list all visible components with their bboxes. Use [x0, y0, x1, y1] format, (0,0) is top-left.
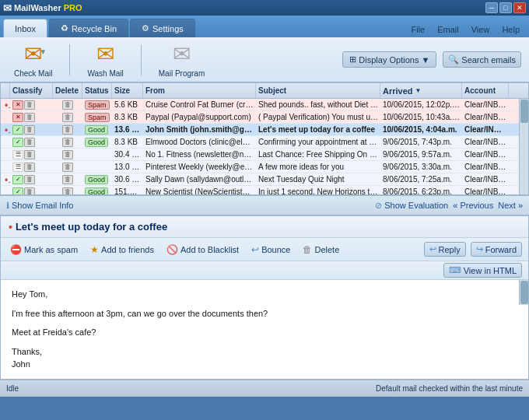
- tab-recycle[interactable]: ♻ Recycle Bin: [49, 19, 128, 37]
- status-bar: Idle Default mail checked within the las…: [0, 380, 529, 397]
- add-to-friends-button[interactable]: ★ Add to friends: [87, 243, 157, 257]
- next-button[interactable]: Next »: [498, 201, 523, 211]
- col-header-classify[interactable]: Classify: [10, 83, 53, 98]
- check-mail-button[interactable]: ✉ ▼ Check Mail: [8, 39, 58, 80]
- show-email-info-button[interactable]: ℹ Show Email Info: [6, 201, 73, 211]
- row-classify: ✕🗑: [10, 100, 53, 110]
- view-in-html-button[interactable]: ⌨ View in HTML: [443, 263, 522, 278]
- row-from: Paypal (Paypal@support.com): [143, 113, 256, 121]
- table-row[interactable]: • ✓🗑 🗑 Good 30.6 KB Sally Dawn (sallydaw…: [1, 173, 519, 186]
- add-to-blacklist-button[interactable]: 🚫 Add to Blacklist: [163, 243, 242, 257]
- nav-links: ⊘ Show Evaluation « Previous Next »: [375, 201, 523, 211]
- scrollbar-thumb[interactable]: [520, 100, 528, 123]
- forward-button[interactable]: ↪ Forward: [471, 242, 522, 257]
- row-account: Clear/INBOX: [462, 100, 509, 109]
- search-icon: 🔍: [448, 54, 459, 65]
- previous-button[interactable]: « Previous: [453, 201, 493, 211]
- wash-mail-button[interactable]: ✉ Wash Mail: [81, 39, 129, 80]
- recycle-icon: ♻: [61, 23, 68, 33]
- body-line-7: Thanks,: [12, 345, 508, 359]
- action-right: ↩ Reply ↪ Forward: [424, 242, 522, 257]
- preview-scrollbar-thumb[interactable]: [520, 281, 528, 304]
- spam-icon: ⛔: [10, 244, 22, 255]
- email-body: Hey Tom, I'm free this afternoon at 3pm,…: [1, 280, 519, 379]
- row-star: •: [2, 100, 10, 110]
- reply-icon: ↩: [429, 244, 436, 254]
- show-email-info-label: Show Email Info: [12, 201, 73, 210]
- info-icon: ℹ: [6, 201, 9, 211]
- display-options-arrow: ▼: [421, 55, 429, 65]
- menu-email[interactable]: Email: [431, 23, 465, 36]
- wash-mail-label: Wash Mail: [87, 69, 123, 78]
- table-row[interactable]: • ✓🗑 🗑 Good 13.6 KB John Smith (john.smi…: [1, 124, 519, 136]
- show-evaluation-button[interactable]: ⊘ Show Evaluation: [375, 201, 448, 211]
- row-size: 8.3 KB: [112, 138, 143, 146]
- col-header-star[interactable]: [2, 83, 10, 98]
- row-status: Good: [82, 187, 112, 196]
- bounce-button[interactable]: ↩ Bounce: [248, 243, 293, 257]
- reply-button[interactable]: ↩ Reply: [424, 242, 466, 257]
- display-options-icon: ⊞: [349, 54, 356, 65]
- row-subject: Let's meet up today for a coffee: [256, 125, 380, 134]
- body-line-3: I'm free this afternoon at 3pm, can we g…: [12, 307, 508, 320]
- col-header-status[interactable]: Status: [82, 83, 112, 98]
- menu-view[interactable]: View: [465, 23, 496, 36]
- row-arrived: 10/06/2015, 4:04a.m.: [380, 125, 462, 134]
- col-header-size[interactable]: Size: [112, 83, 143, 98]
- mail-program-label: Mail Program: [159, 69, 205, 78]
- menu-help[interactable]: Help: [496, 23, 526, 36]
- minimize-button[interactable]: ─: [485, 2, 498, 13]
- row-account: Clear/INBOX: [462, 163, 509, 171]
- mail-program-button[interactable]: ✉ Mail Program: [152, 39, 211, 80]
- col-header-delete[interactable]: Delete: [53, 83, 82, 98]
- app-title: MailWasher: [14, 3, 61, 12]
- mark-as-spam-button[interactable]: ⛔ Mark as spam: [7, 243, 81, 257]
- table-row[interactable]: ✕🗑 🗑 Spam 8.3 KB Paypal (Paypal@support.…: [1, 111, 519, 124]
- preview-section: • Let's meet up today for a coffee ⛔ Mar…: [0, 215, 529, 380]
- search-button[interactable]: 🔍 Search emails: [443, 51, 521, 68]
- table-row[interactable]: • ✕🗑 🗑 Spam 5.6 KB Cruise Control Fat Bu…: [1, 99, 519, 111]
- row-account: Clear/INBOX: [462, 138, 509, 146]
- tab-inbox[interactable]: Inbox: [3, 19, 47, 37]
- col-header-from[interactable]: From: [143, 83, 256, 98]
- row-subject: ( Paypal Verification) You must update..…: [256, 113, 380, 121]
- row-size: 30.4 KB: [112, 150, 143, 159]
- display-options-button[interactable]: ⊞ Display Options ▼: [342, 51, 436, 68]
- app-pro: PRO: [64, 3, 82, 12]
- delete-button[interactable]: 🗑 Delete: [300, 243, 342, 257]
- status-right: Default mail checked within the last min…: [376, 384, 523, 393]
- table-row[interactable]: ✓🗑 🗑 Good 8.3 KB Elmwood Doctors (clinic…: [1, 136, 519, 149]
- col-header-subject[interactable]: Subject: [256, 83, 380, 98]
- tab-inbox-label: Inbox: [15, 24, 36, 33]
- maximize-button[interactable]: □: [499, 2, 512, 13]
- email-list-scrollbar[interactable]: [519, 99, 528, 195]
- col-header-account[interactable]: Account: [462, 83, 509, 98]
- row-subject: Last Chance: Free Shipping On every...: [256, 150, 380, 159]
- row-subject: Shed pounds.. fast, without Diet and ...: [256, 100, 380, 109]
- preview-scrollbar[interactable]: [519, 280, 528, 305]
- row-arrived: 9/06/2015, 9:57a.m.: [380, 150, 462, 159]
- body-line-4: [12, 320, 508, 326]
- row-star: •: [2, 174, 10, 185]
- table-row[interactable]: ✓🗑 🗑 Good 151.9 KB New Scientist (NewSci…: [1, 186, 519, 195]
- col-header-arrived[interactable]: Arrived▼: [380, 83, 462, 98]
- table-row[interactable]: ☰🗑 🗑 30.4 KB No 1. Fitness (newsletter@n…: [1, 149, 519, 161]
- menu-file[interactable]: File: [405, 23, 431, 36]
- row-size: 13.0 KB: [112, 163, 143, 171]
- search-label: Search emails: [461, 55, 516, 65]
- toolbar-separator-2: [141, 44, 142, 75]
- bounce-label: Bounce: [261, 245, 290, 254]
- body-line-5: Meet at Freida's cafe?: [12, 326, 508, 339]
- close-button[interactable]: ✕: [513, 2, 526, 13]
- row-delete: 🗑: [53, 187, 82, 196]
- subject-prefix: •: [9, 221, 12, 233]
- table-row[interactable]: ☰🗑 🗑 13.0 KB Pinterest Weekly (weekly@ex…: [1, 161, 519, 173]
- row-subject: Next Tuesday Quiz Night: [256, 175, 380, 184]
- row-status: Good: [82, 138, 112, 147]
- tab-settings[interactable]: ⚙ Settings: [130, 19, 195, 37]
- row-size: 5.6 KB: [112, 100, 143, 109]
- email-subject-bar: • Let's meet up today for a coffee: [1, 216, 528, 238]
- row-account: Clear/INBOX: [462, 125, 509, 134]
- add-to-blacklist-label: Add to Blacklist: [180, 245, 239, 254]
- row-from: New Scientist (NewScientist@e...: [143, 187, 256, 195]
